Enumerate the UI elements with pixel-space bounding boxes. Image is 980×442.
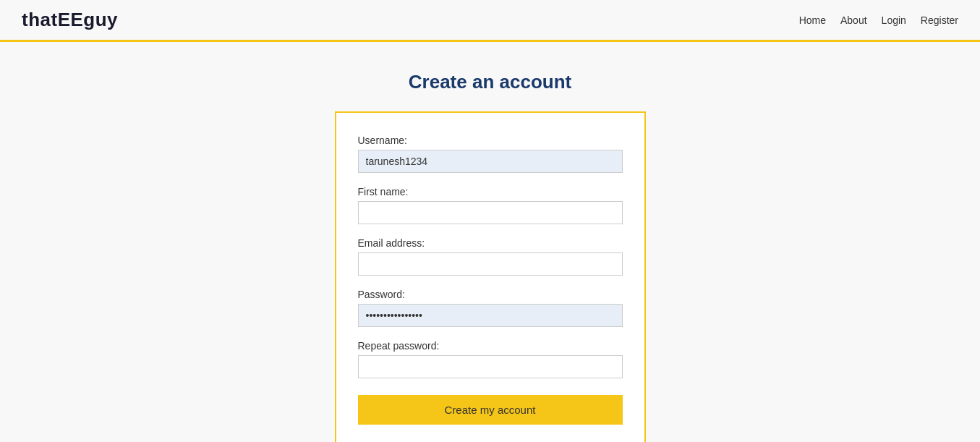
- repeat-password-input[interactable]: [358, 355, 623, 378]
- already-account-section: Already have account Login here: [358, 438, 623, 442]
- email-group: Email address:: [358, 237, 623, 276]
- username-input[interactable]: [358, 150, 623, 173]
- nav-home[interactable]: Home: [799, 14, 826, 26]
- firstname-input[interactable]: [358, 201, 623, 224]
- repeat-password-group: Repeat password:: [358, 340, 623, 378]
- page-title: Create an account: [409, 71, 571, 93]
- navbar: thatEEguy Home About Login Register: [0, 0, 980, 42]
- brand-logo: thatEEguy: [22, 9, 118, 31]
- nav-about[interactable]: About: [840, 14, 867, 26]
- firstname-group: First name:: [358, 186, 623, 224]
- firstname-label: First name:: [358, 186, 623, 197]
- password-input[interactable]: [358, 304, 623, 327]
- username-group: Username:: [358, 135, 623, 173]
- password-label: Password:: [358, 289, 623, 300]
- email-label: Email address:: [358, 237, 623, 249]
- nav-register[interactable]: Register: [921, 14, 958, 26]
- main-content: Create an account Username: First name: …: [0, 42, 980, 442]
- nav-links: Home About Login Register: [799, 14, 958, 27]
- create-account-button[interactable]: Create my account: [358, 395, 623, 425]
- password-group: Password:: [358, 289, 623, 327]
- repeat-password-label: Repeat password:: [358, 340, 623, 352]
- username-label: Username:: [358, 135, 623, 146]
- nav-login[interactable]: Login: [882, 14, 906, 26]
- email-input[interactable]: [358, 252, 623, 276]
- register-form-card: Username: First name: Email address: Pas…: [335, 111, 646, 442]
